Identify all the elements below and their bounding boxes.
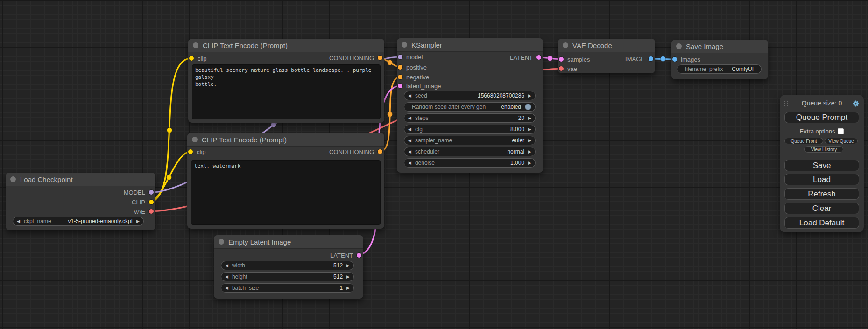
vae-port-dot-icon[interactable] bbox=[149, 209, 154, 214]
widget-cfg[interactable]: ◀ cfg 8.000 ▶ bbox=[404, 125, 536, 134]
node-load-checkpoint[interactable]: Load Checkpoint MODEL CLIP VAE ◀ ckpt_na… bbox=[6, 173, 155, 230]
output-port-conditioning[interactable]: CONDITIONING bbox=[329, 148, 382, 155]
node-save-image[interactable]: Save Image images filename_prefix ComfyU… bbox=[671, 40, 768, 79]
collapse-circle-icon[interactable] bbox=[563, 42, 568, 48]
decrement-arrow-icon[interactable]: ◀ bbox=[225, 286, 228, 290]
input-port-positive[interactable]: positive bbox=[398, 64, 427, 70]
increment-arrow-icon[interactable]: ▶ bbox=[528, 149, 531, 154]
model-port-dot-icon[interactable] bbox=[398, 55, 402, 59]
output-port-model[interactable]: MODEL bbox=[124, 189, 154, 196]
comfyui-canvas[interactable]: { "icons": { "left_arrow": "◀", "right_a… bbox=[0, 0, 868, 329]
latent-port-dot-icon[interactable] bbox=[536, 55, 541, 60]
latent-port-dot-icon[interactable] bbox=[559, 57, 564, 62]
widget-batch-size[interactable]: ◀ batch_size 1 ▶ bbox=[221, 283, 354, 293]
extra-options-checkbox[interactable] bbox=[838, 128, 844, 134]
widget-random-seed-toggle[interactable]: Random seed after every gen enabled bbox=[404, 102, 536, 112]
load-default-button[interactable]: Load Default bbox=[784, 217, 859, 229]
input-port-negative[interactable]: negative bbox=[398, 74, 429, 80]
widget-denoise[interactable]: ◀ denoise 1.000 ▶ bbox=[404, 158, 536, 168]
image-port-dot-icon[interactable] bbox=[649, 56, 653, 61]
collapse-circle-icon[interactable] bbox=[193, 42, 198, 48]
node-ksampler[interactable]: KSampler model positive negative latent_… bbox=[397, 38, 543, 173]
clear-button[interactable]: Clear bbox=[784, 203, 859, 214]
node-title-bar[interactable]: CLIP Text Encode (Prompt) bbox=[188, 39, 384, 52]
input-port-clip[interactable]: clip bbox=[189, 55, 207, 62]
decrement-arrow-icon[interactable]: ◀ bbox=[408, 138, 411, 143]
input-port-clip[interactable]: clip bbox=[188, 148, 206, 155]
widget-scheduler[interactable]: ◀ scheduler normal ▶ bbox=[404, 147, 536, 156]
load-button[interactable]: Load bbox=[784, 174, 859, 185]
queue-panel[interactable]: Queue size: 0 Queue Prompt Extra options… bbox=[780, 95, 864, 232]
node-clip-text-encode-positive[interactable]: CLIP Text Encode (Prompt) clip CONDITION… bbox=[188, 39, 384, 123]
output-port-image[interactable]: IMAGE bbox=[625, 56, 653, 62]
collapse-circle-icon[interactable] bbox=[192, 137, 198, 142]
increment-arrow-icon[interactable]: ▶ bbox=[528, 116, 531, 120]
vae-port-dot-icon[interactable] bbox=[559, 66, 564, 71]
refresh-button[interactable]: Refresh bbox=[784, 188, 859, 200]
clip-port-dot-icon[interactable] bbox=[149, 200, 154, 204]
node-title-bar[interactable]: KSampler bbox=[397, 38, 543, 52]
toggle-circle-icon[interactable] bbox=[525, 104, 531, 110]
input-port-samples[interactable]: samples bbox=[559, 56, 590, 63]
node-title-bar[interactable]: VAE Decode bbox=[558, 39, 655, 52]
node-title-bar[interactable]: CLIP Text Encode (Prompt) bbox=[187, 133, 384, 147]
view-history-button[interactable]: View History bbox=[804, 146, 843, 153]
conditioning-port-dot-icon[interactable] bbox=[378, 149, 382, 154]
node-vae-decode[interactable]: VAE Decode samples vae IMAGE bbox=[558, 39, 655, 73]
decrement-arrow-icon[interactable]: ◀ bbox=[408, 149, 411, 154]
save-button[interactable]: Save bbox=[784, 160, 859, 171]
widget-filename-prefix[interactable]: filename_prefix ComfyUI bbox=[677, 64, 762, 74]
decrement-arrow-icon[interactable]: ◀ bbox=[17, 219, 20, 224]
positive-prompt-textarea[interactable]: beautiful scenery nature glass bottle la… bbox=[192, 64, 381, 119]
input-port-latent-image[interactable]: latent_image bbox=[398, 83, 441, 89]
decrement-arrow-icon[interactable]: ◀ bbox=[408, 93, 411, 98]
decrement-arrow-icon[interactable]: ◀ bbox=[408, 161, 411, 165]
model-port-dot-icon[interactable] bbox=[149, 190, 154, 195]
increment-arrow-icon[interactable]: ▶ bbox=[136, 219, 140, 224]
input-port-images[interactable]: images bbox=[672, 56, 700, 63]
collapse-circle-icon[interactable] bbox=[10, 176, 16, 182]
collapse-circle-icon[interactable] bbox=[219, 239, 224, 245]
node-clip-text-encode-negative[interactable]: CLIP Text Encode (Prompt) clip CONDITION… bbox=[187, 133, 384, 229]
widget-sampler-name[interactable]: ◀ sampler_name euler ▶ bbox=[404, 136, 536, 145]
node-title-bar[interactable]: Load Checkpoint bbox=[6, 173, 155, 186]
output-port-vae[interactable]: VAE bbox=[134, 208, 154, 215]
latent-port-dot-icon[interactable] bbox=[398, 84, 402, 88]
conditioning-port-dot-icon[interactable] bbox=[378, 56, 382, 60]
node-title-bar[interactable]: Empty Latent Image bbox=[214, 235, 363, 249]
widget-ckpt-name[interactable]: ◀ ckpt_name v1-5-pruned-emaonly.ckpt ▶ bbox=[13, 217, 144, 226]
decrement-arrow-icon[interactable]: ◀ bbox=[225, 274, 228, 279]
output-port-clip[interactable]: CLIP bbox=[132, 199, 154, 205]
collapse-circle-icon[interactable] bbox=[402, 42, 407, 48]
output-port-latent[interactable]: LATENT bbox=[510, 54, 541, 61]
increment-arrow-icon[interactable]: ▶ bbox=[346, 274, 350, 279]
input-port-model[interactable]: model bbox=[398, 54, 423, 60]
increment-arrow-icon[interactable]: ▶ bbox=[528, 161, 531, 165]
queue-front-button[interactable]: Queue Front bbox=[784, 138, 823, 144]
widget-steps[interactable]: ◀ steps 20 ▶ bbox=[404, 113, 536, 123]
conditioning-port-dot-icon[interactable] bbox=[398, 75, 402, 79]
increment-arrow-icon[interactable]: ▶ bbox=[528, 138, 531, 143]
increment-arrow-icon[interactable]: ▶ bbox=[528, 93, 531, 98]
widget-width[interactable]: ◀ width 512 ▶ bbox=[221, 261, 354, 270]
decrement-arrow-icon[interactable]: ◀ bbox=[408, 116, 411, 120]
decrement-arrow-icon[interactable]: ◀ bbox=[225, 263, 228, 268]
increment-arrow-icon[interactable]: ▶ bbox=[346, 286, 350, 290]
increment-arrow-icon[interactable]: ▶ bbox=[528, 127, 531, 132]
collapse-circle-icon[interactable] bbox=[676, 43, 682, 49]
output-port-latent[interactable]: LATENT bbox=[330, 252, 361, 259]
latent-port-dot-icon[interactable] bbox=[357, 253, 361, 258]
increment-arrow-icon[interactable]: ▶ bbox=[346, 263, 350, 268]
clip-port-dot-icon[interactable] bbox=[188, 149, 193, 154]
input-port-vae[interactable]: vae bbox=[559, 65, 577, 72]
node-empty-latent-image[interactable]: Empty Latent Image LATENT ◀ width 512 ▶ … bbox=[214, 235, 363, 299]
decrement-arrow-icon[interactable]: ◀ bbox=[408, 127, 411, 132]
node-title-bar[interactable]: Save Image bbox=[671, 40, 768, 53]
clip-port-dot-icon[interactable] bbox=[189, 56, 194, 61]
output-port-conditioning[interactable]: CONDITIONING bbox=[329, 55, 382, 61]
view-queue-button[interactable]: View Queue bbox=[825, 138, 858, 144]
settings-gear-icon[interactable] bbox=[852, 100, 860, 107]
conditioning-port-dot-icon[interactable] bbox=[398, 65, 402, 70]
image-port-dot-icon[interactable] bbox=[672, 57, 677, 62]
negative-prompt-textarea[interactable]: text, watermark bbox=[191, 160, 381, 225]
